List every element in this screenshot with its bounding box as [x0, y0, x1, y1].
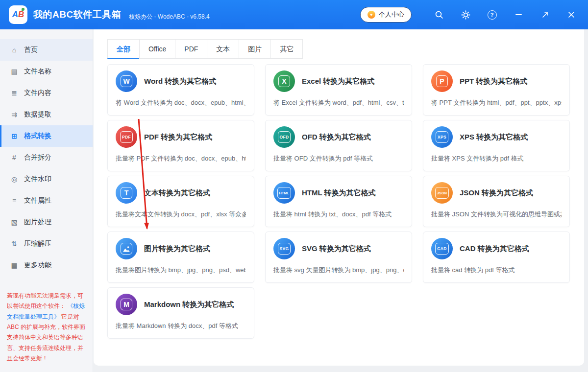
- card-title: PPT 转换为其它格式: [460, 77, 527, 86]
- card-html[interactable]: HTML HTML 转换为其它格式 批量将 html 转换为 txt、docx、…: [265, 176, 412, 227]
- card-desc: 批量将图片转换为 bmp、jpg、png、psd、webp、gif 等: [116, 266, 246, 275]
- tab-其它[interactable]: 其它: [270, 39, 303, 59]
- titlebar: AB 我的ABC软件工具箱 核烁办公 - WodeABC - v6.58.4 ♥…: [0, 0, 588, 29]
- sidebar-item-更多功能[interactable]: ▦ 更多功能: [0, 255, 93, 276]
- minimize-icon[interactable]: [511, 7, 526, 23]
- sidebar-item-文件名称[interactable]: ▤ 文件名称: [0, 61, 93, 82]
- card-title: 图片转换为其它格式: [144, 244, 210, 254]
- sidebar-item-label: 更多功能: [24, 261, 51, 270]
- card-title: Word 转换为其它格式: [144, 77, 216, 86]
- card-title: XPS 转换为其它格式: [460, 133, 528, 142]
- card-desc: 批量将 html 转换为 txt、docx、pdf 等格式: [273, 210, 404, 219]
- card-grid: W Word 转换为其它格式 将 Word 文件转换为 doc、docx、epu…: [107, 64, 584, 339]
- watermark-icon: ◎: [10, 175, 19, 183]
- card-json[interactable]: JSON JSON 转换为其它格式 批量将 JSON 文件转换为可视化的思维导图…: [423, 176, 570, 227]
- card-title: PDF 转换为其它格式: [144, 133, 212, 142]
- tab-图片[interactable]: 图片: [239, 39, 271, 59]
- card-desc: 将 Word 文件转换为 doc、docx、epub、html、pdf 等格式: [116, 98, 246, 107]
- json-icon: JSON: [431, 182, 453, 204]
- card-desc: 批量将 Markdown 转换为 docx、pdf 等格式: [116, 322, 246, 330]
- settings-icon[interactable]: [458, 7, 473, 23]
- sidebar-item-文件水印[interactable]: ◎ 文件水印: [0, 168, 93, 190]
- help-icon[interactable]: ?: [484, 7, 500, 23]
- card-title: SVG 转换为其它格式: [302, 244, 371, 254]
- card-desc: 将 PPT 文件转换为 html、pdf、ppt、pptx、xps 等格式: [431, 98, 562, 107]
- html-icon: HTML: [273, 182, 295, 204]
- card-word[interactable]: W Word 转换为其它格式 将 Word 文件转换为 doc、docx、epu…: [107, 64, 254, 116]
- promo-text-2: 它是对 ABC 的扩展与补充，软件界面支持简体中文和英语等多种语言、支持任务流连…: [7, 313, 85, 362]
- sidebar-item-label: 压缩解压: [24, 239, 51, 248]
- card-desc: 批量将 svg 矢量图片转换为 bmp、jpg、png、docx 等: [273, 266, 404, 275]
- tab-文本[interactable]: 文本: [207, 39, 239, 59]
- titlebar-icons: ?: [431, 7, 579, 23]
- merge-split-icon: #: [10, 154, 19, 162]
- card-desc: 批量将 JSON 文件转换为可视化的思维导图或其它格式: [431, 210, 562, 219]
- sidebar-item-文件属性[interactable]: ≡ 文件属性: [0, 190, 93, 211]
- card-excel[interactable]: X Excel 转换为其它格式 将 Excel 文件转换为 word、pdf、h…: [265, 64, 412, 116]
- card-ppt[interactable]: P PPT 转换为其它格式 将 PPT 文件转换为 html、pdf、ppt、p…: [423, 64, 570, 116]
- card-ofd[interactable]: OFD OFD 转换为其它格式 批量将 OFD 文件转换为 pdf 等格式: [265, 120, 412, 171]
- sidebar-item-合并拆分[interactable]: # 合并拆分: [0, 147, 93, 168]
- tab-Office[interactable]: Office: [139, 39, 175, 59]
- card-title: Markdown 转换为其它格式: [144, 300, 234, 309]
- word-icon: W: [116, 70, 137, 92]
- tab-PDF[interactable]: PDF: [175, 39, 207, 59]
- sidebar-nav: ⌂ 首页 ▤ 文件名称 ≣ 文件内容 ⇉ 数据提取 ⊞ 格式转换 # 合并拆分 …: [0, 39, 93, 276]
- file-content-icon: ≣: [10, 89, 19, 97]
- card-image-convert[interactable]: 图片转换为其它格式 批量将图片转换为 bmp、jpg、png、psd、webp、…: [107, 232, 254, 283]
- card-desc: 批量将文本文件转换为 docx、pdf、xlsx 等众多格式: [116, 210, 246, 219]
- image-process-icon: ▧: [10, 218, 19, 226]
- card-text[interactable]: T 文本转换为其它格式 批量将文本文件转换为 docx、pdf、xlsx 等众多…: [107, 176, 254, 227]
- user-center-label: 个人中心: [379, 10, 404, 19]
- user-center-button[interactable]: ♥ 个人中心: [360, 7, 412, 23]
- vip-badge-icon: ♥: [368, 11, 375, 19]
- card-svg[interactable]: SVG SVG 转换为其它格式 批量将 svg 矢量图片转换为 bmp、jpg、…: [265, 232, 412, 283]
- card-cad[interactable]: CAD CAD 转换为其它格式 批量将 cad 转换为 pdf 等格式: [423, 232, 570, 283]
- card-desc: 批量将 PDF 文件转换为 doc、docx、epub、html、txt 等: [116, 154, 246, 163]
- ofd-icon: OFD: [273, 126, 295, 148]
- more-features-icon: ▦: [10, 261, 19, 269]
- home-icon: ⌂: [10, 46, 19, 54]
- sidebar: ⌂ 首页 ▤ 文件名称 ≣ 文件内容 ⇉ 数据提取 ⊞ 格式转换 # 合并拆分 …: [0, 29, 93, 372]
- card-title: JSON 转换为其它格式: [460, 188, 533, 198]
- sidebar-item-数据提取[interactable]: ⇉ 数据提取: [0, 104, 93, 125]
- sidebar-item-label: 文件属性: [24, 196, 51, 205]
- file-attr-icon: ≡: [10, 197, 19, 205]
- file-name-icon: ▤: [10, 68, 19, 75]
- card-xps[interactable]: XPS XPS 转换为其它格式 批量将 XPS 文件转换为 pdf 格式: [423, 120, 570, 171]
- app-title: 我的ABC软件工具箱: [33, 8, 121, 21]
- sidebar-item-压缩解压[interactable]: ⇅ 压缩解压: [0, 233, 93, 255]
- card-title: CAD 转换为其它格式: [460, 244, 529, 254]
- card-pdf[interactable]: PDF PDF 转换为其它格式 批量将 PDF 文件转换为 doc、docx、e…: [107, 120, 254, 171]
- maximize-icon[interactable]: [537, 7, 553, 23]
- sidebar-item-label: 格式转换: [24, 132, 51, 140]
- text-icon: T: [116, 182, 137, 204]
- logo-letter-a: A: [12, 10, 18, 20]
- sidebar-item-格式转换[interactable]: ⊞ 格式转换: [0, 125, 93, 147]
- cad-icon: CAD: [431, 238, 453, 259]
- sidebar-item-label: 合并拆分: [24, 153, 51, 162]
- main-panel: 全部OfficePDF文本图片其它 W Word 转换为其它格式 将 Word …: [94, 29, 584, 366]
- format-convert-icon: ⊞: [10, 132, 19, 140]
- app-subtitle: 核烁办公 - WodeABC - v6.58.4: [129, 13, 210, 21]
- card-title: OFD 转换为其它格式: [302, 133, 371, 142]
- tab-全部[interactable]: 全部: [107, 39, 140, 59]
- card-desc: 批量将 XPS 文件转换为 pdf 格式: [431, 154, 562, 163]
- sidebar-item-label: 文件名称: [24, 67, 51, 76]
- sidebar-item-label: 文件内容: [24, 89, 51, 97]
- compress-icon: ⇅: [10, 240, 19, 248]
- markdown-icon: M: [116, 294, 137, 315]
- logo-letter-b: B: [18, 10, 24, 20]
- sidebar-item-图片处理[interactable]: ▧ 图片处理: [0, 211, 93, 233]
- search-icon[interactable]: [431, 7, 447, 23]
- pdf-icon: PDF: [116, 126, 137, 148]
- data-extract-icon: ⇉: [10, 111, 19, 118]
- sidebar-item-文件内容[interactable]: ≣ 文件内容: [0, 82, 93, 104]
- svg-icon: SVG: [273, 238, 295, 259]
- sidebar-promo: 若现有功能无法满足需求，可以尝试使用这个软件： 《核烁文档批量处理工具》 它是对…: [0, 291, 93, 364]
- card-desc: 将 Excel 文件转换为 word、pdf、html、csv、txt、等众多格…: [273, 98, 404, 107]
- close-icon[interactable]: [564, 7, 579, 23]
- sidebar-item-首页[interactable]: ⌂ 首页: [0, 39, 93, 61]
- card-markdown[interactable]: M Markdown 转换为其它格式 批量将 Markdown 转换为 docx…: [107, 287, 254, 339]
- card-title: HTML 转换为其它格式: [302, 188, 376, 198]
